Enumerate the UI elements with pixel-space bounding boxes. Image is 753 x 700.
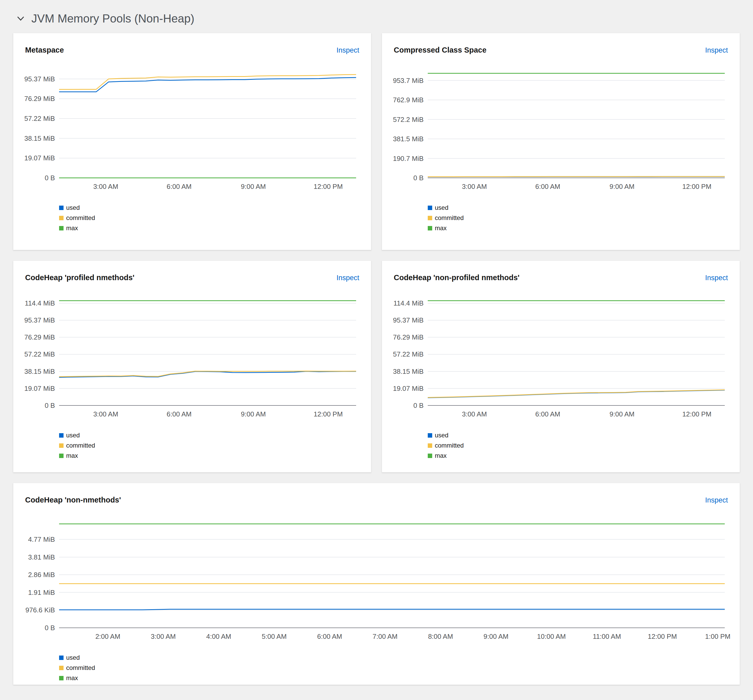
inspect-link[interactable]: Inspect <box>337 46 359 55</box>
series-used <box>59 609 725 610</box>
legend-label: committed <box>66 442 95 449</box>
legend-label: used <box>66 204 80 211</box>
y-tick-label: 190.7 MiB <box>393 155 424 162</box>
y-tick-label: 57.22 MiB <box>393 350 424 358</box>
x-tick-label: 9:00 AM <box>610 410 634 418</box>
y-tick-label: 976.6 KiB <box>25 606 55 614</box>
y-tick-label: 0 B <box>45 174 55 182</box>
legend-item-committed[interactable]: committed <box>428 442 728 449</box>
legend-item-max[interactable]: max <box>59 452 359 459</box>
inspect-link[interactable]: Inspect <box>705 274 728 282</box>
legend-swatch-committed <box>59 666 64 670</box>
y-tick-label: 95.37 MiB <box>24 75 55 83</box>
x-tick-label: 12:00 PM <box>314 410 343 418</box>
chart-legend: usedcommittedmax <box>428 431 728 459</box>
y-tick-label: 57.22 MiB <box>24 350 55 358</box>
legend-swatch-used <box>59 656 64 660</box>
y-tick-label: 114.4 MiB <box>393 299 424 307</box>
series-committed <box>59 75 356 89</box>
x-tick-label: 3:00 AM <box>151 633 176 641</box>
chart-canvas-codeheap-profiled: 114.4 MiB95.37 MiB76.29 MiB57.22 MiB38.1… <box>25 297 359 419</box>
legend-label: committed <box>66 214 95 222</box>
y-tick-label: 19.07 MiB <box>24 154 55 162</box>
x-tick-label: 3:00 AM <box>462 410 487 418</box>
chart-codeheap-profiled-nmethods: 114.4 MiB95.37 MiB76.29 MiB57.22 MiB38.1… <box>25 297 360 419</box>
y-tick-label: 0 B <box>45 624 55 632</box>
legend-swatch-used <box>59 433 64 438</box>
x-tick-label: 6:00 AM <box>535 410 560 418</box>
x-tick-label: 12:00 PM <box>648 633 677 641</box>
legend-label: committed <box>435 214 464 222</box>
legend-item-committed[interactable]: committed <box>59 664 728 672</box>
chart-card-codeheap-non-nmethods: CodeHeap 'non-nmethods' Inspect 4.77 MiB… <box>13 483 740 685</box>
legend-item-max[interactable]: max <box>428 225 728 232</box>
legend-item-committed[interactable]: committed <box>428 214 728 222</box>
legend-item-max[interactable]: max <box>59 674 728 682</box>
chart-canvas-codeheap-non-nmethods: 4.77 MiB3.81 MiB2.86 MiB1.91 MiB976.6 Ki… <box>25 519 728 641</box>
chart-canvas-metaspace: 95.37 MiB76.29 MiB57.22 MiB38.15 MiB19.0… <box>25 69 359 191</box>
legend-swatch-max <box>59 676 64 680</box>
x-tick-label: 5:00 AM <box>262 633 287 641</box>
x-tick-label: 8:00 AM <box>428 633 453 641</box>
x-tick-label: 12:00 PM <box>314 183 343 191</box>
chart-card-codeheap-profiled: CodeHeap 'profiled nmethods' Inspect 114… <box>13 261 371 472</box>
y-tick-label: 381.5 MiB <box>393 135 424 143</box>
y-tick-label: 76.29 MiB <box>24 95 55 103</box>
legend-item-max[interactable]: max <box>59 225 359 232</box>
chart-codeheap-non-profiled-nmethods: 114.4 MiB95.37 MiB76.29 MiB57.22 MiB38.1… <box>394 297 728 419</box>
x-tick-label: 7:00 AM <box>373 633 398 641</box>
legend-item-committed[interactable]: committed <box>59 214 359 222</box>
legend-item-committed[interactable]: committed <box>59 442 359 449</box>
legend-label: committed <box>66 664 95 672</box>
chart-card-codeheap-non-profiled: CodeHeap 'non-profiled nmethods' Inspect… <box>382 261 740 472</box>
y-tick-label: 4.77 MiB <box>28 536 55 543</box>
charts-grid: Metaspace Inspect 95.37 MiB76.29 MiB57.2… <box>13 33 740 685</box>
series-committed <box>428 390 725 397</box>
legend-item-used[interactable]: used <box>428 204 728 211</box>
legend-item-used[interactable]: used <box>59 654 728 661</box>
chart-title: CodeHeap 'non-nmethods' <box>25 496 121 504</box>
legend-item-max[interactable]: max <box>428 452 728 459</box>
x-tick-label: 9:00 AM <box>610 183 634 191</box>
legend-item-used[interactable]: used <box>428 431 728 439</box>
y-tick-label: 762.9 MiB <box>393 96 424 104</box>
chart-legend: usedcommittedmax <box>59 204 359 232</box>
legend-label: max <box>66 674 78 682</box>
legend-swatch-committed <box>59 216 64 220</box>
legend-item-used[interactable]: used <box>59 431 359 439</box>
x-tick-label: 6:00 AM <box>317 633 342 641</box>
chart-legend: usedcommittedmax <box>428 204 728 232</box>
y-tick-label: 19.07 MiB <box>24 384 55 392</box>
y-tick-label: 1.91 MiB <box>28 589 55 597</box>
legend-swatch-used <box>428 206 432 210</box>
y-tick-label: 76.29 MiB <box>24 333 55 341</box>
y-tick-label: 953.7 MiB <box>393 77 424 84</box>
x-tick-label: 12:00 PM <box>683 410 711 418</box>
card-header: CodeHeap 'non-nmethods' Inspect <box>25 496 728 504</box>
x-tick-label: 1:00 PM <box>705 633 731 641</box>
x-tick-label: 4:00 AM <box>206 633 231 641</box>
chart-title: Metaspace <box>25 46 64 55</box>
y-tick-label: 3.81 MiB <box>28 553 55 561</box>
inspect-link[interactable]: Inspect <box>337 274 359 282</box>
y-tick-label: 76.29 MiB <box>393 333 424 341</box>
x-tick-label: 6:00 AM <box>167 410 192 418</box>
x-tick-label: 9:00 AM <box>241 410 266 418</box>
legend-swatch-max <box>428 226 432 230</box>
chart-card-compressed-class-space: Compressed Class Space Inspect 953.7 MiB… <box>382 33 740 250</box>
chart-compressed-class-space: 953.7 MiB762.9 MiB572.2 MiB381.5 MiB190.… <box>394 69 728 191</box>
x-tick-label: 10:00 AM <box>537 633 566 641</box>
legend-item-used[interactable]: used <box>59 204 359 211</box>
card-header: CodeHeap 'non-profiled nmethods' Inspect <box>394 273 728 282</box>
chart-canvas-compressed-class-space: 953.7 MiB762.9 MiB572.2 MiB381.5 MiB190.… <box>394 69 728 191</box>
x-tick-label: 9:00 AM <box>241 183 266 191</box>
y-tick-label: 19.07 MiB <box>393 384 424 392</box>
chart-canvas-codeheap-non-profiled: 114.4 MiB95.37 MiB76.29 MiB57.22 MiB38.1… <box>394 297 728 419</box>
chart-codeheap-non-nmethods: 4.77 MiB3.81 MiB2.86 MiB1.91 MiB976.6 Ki… <box>25 519 728 641</box>
inspect-link[interactable]: Inspect <box>705 46 728 55</box>
section-toggle[interactable]: JVM Memory Pools (Non-Heap) <box>0 0 753 33</box>
inspect-link[interactable]: Inspect <box>705 496 728 504</box>
legend-swatch-used <box>428 433 432 438</box>
angle-down-glyph <box>16 14 25 23</box>
y-tick-label: 572.2 MiB <box>393 116 424 123</box>
